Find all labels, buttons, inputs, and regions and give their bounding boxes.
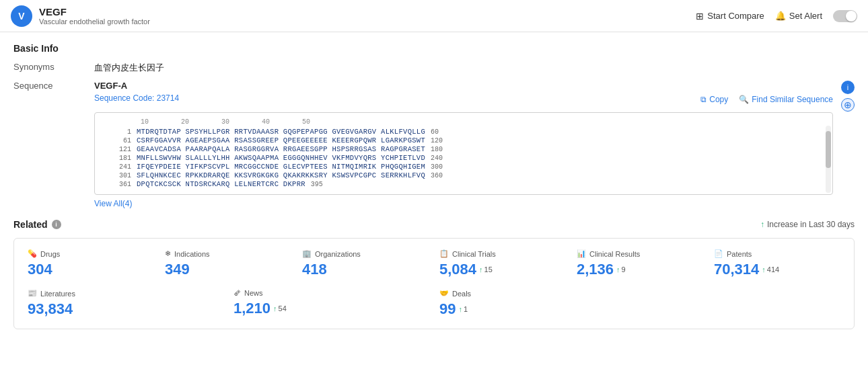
stat-value: 99 ↑1 [439, 300, 635, 318]
toggle-knob [846, 11, 857, 22]
stat-category: 💊 Drugs [28, 249, 154, 258]
view-all-link[interactable]: View All(4) [94, 199, 132, 208]
seq-ruler: 10 20 30 40 50 [102, 118, 826, 126]
start-compare-button[interactable]: ⊞ Start Compare [696, 11, 764, 22]
stat-category: 🗞 News [233, 289, 429, 297]
stat-number: 1,210 [233, 300, 270, 317]
patent-icon: 📄 [714, 249, 723, 258]
seq-line: 361 DPQTCKCSCK NTDSRCKARQ LELNERTCRC DKP… [102, 180, 826, 188]
stat-category: 📋 Clinical Trials [439, 249, 566, 258]
stat-category: 🏢 Organizations [302, 249, 429, 258]
drug-icon: 💊 [28, 249, 37, 258]
gene-name: VEGF [39, 6, 150, 17]
stat-item[interactable]: 📊 Clinical Results 2,136 ↑9 [577, 249, 703, 278]
stats-grid-row1: 💊 Drugs 304 ❄ Indications 349 🏢 Organiza… [28, 249, 840, 278]
expand-icon[interactable]: ⊕ [841, 98, 855, 112]
stat-badge: ↑54 [273, 304, 287, 312]
copy-button[interactable]: ⧉ Copy [700, 95, 728, 104]
stat-item[interactable]: 🗞 News 1,210 ↑54 [233, 289, 429, 318]
main-content: Basic Info Synonyms 血管内皮生长因子 Sequence VE… [0, 32, 868, 340]
org-icon: 🏢 [302, 249, 312, 258]
stat-number: 70,314 [714, 261, 759, 278]
find-similar-button[interactable]: 🔍 Find Similar Sequence [739, 95, 833, 104]
related-header: Related i ↑ Increase in Last 30 days [13, 219, 855, 230]
header-right: ⊞ Start Compare 🔔 Set Alert [696, 10, 857, 22]
stat-value: 349 [165, 261, 291, 278]
seq-scrollbar-thumb [826, 131, 831, 168]
stat-value: 70,314 ↑414 [714, 261, 840, 278]
find-similar-icon: 🔍 [739, 95, 749, 104]
related-title-wrap: Related i [13, 219, 61, 230]
stat-category: 📰 Literatures [28, 289, 223, 298]
stat-item[interactable]: 📄 Patents 70,314 ↑414 [714, 249, 840, 278]
stat-item[interactable]: 💊 Drugs 304 [28, 249, 154, 278]
increase-label: ↑ Increase in Last 30 days [760, 220, 855, 229]
synonyms-row: Synonyms 血管内皮生长因子 [13, 62, 855, 74]
set-alert-button[interactable]: 🔔 Set Alert [775, 11, 822, 21]
logo-icon: V [11, 5, 32, 27]
stat-number: 349 [165, 261, 190, 278]
stat-category: 📄 Patents [714, 249, 840, 258]
synonyms-label: Synonyms [13, 62, 94, 72]
seq-line: 121 GEAAVCADSA PAARAPQALA RASGRGGRVA RRG… [102, 145, 826, 153]
stats-grid-row2: 📰 Literatures 93,834 🗞 News 1,210 ↑54 🤝 … [28, 289, 840, 318]
stat-value: 418 [302, 261, 429, 278]
sequence-content: VEGF-A Sequence Code: 23714 ⧉ Copy 🔍 Fin… [94, 81, 833, 208]
alert-toggle[interactable] [833, 10, 857, 22]
stat-item[interactable]: 📰 Literatures 93,834 [28, 289, 223, 318]
sequence-name: VEGF-A [94, 81, 833, 91]
stat-category: 🤝 Deals [439, 289, 635, 298]
seq-line: 61 CSRFGGAVVR AGEAEPSGAA RSASSGREEP QPEE… [102, 136, 826, 144]
gene-subtitle: Vascular endothelial growth factor [39, 17, 150, 26]
stat-number: 99 [439, 300, 456, 318]
stat-badge: ↑15 [479, 265, 493, 274]
stat-category: 📊 Clinical Results [577, 249, 703, 258]
sequence-label: Sequence [13, 81, 94, 91]
side-icons: i ⊕ [841, 81, 855, 112]
stat-badge: ↑1 [458, 305, 468, 313]
stat-badge: ↑9 [616, 265, 626, 274]
stat-item[interactable]: 🤝 Deals 99 ↑1 [439, 289, 635, 318]
stat-value: 93,834 [28, 300, 223, 318]
header-title-block: VEGF Vascular endothelial growth factor [39, 6, 150, 26]
basic-info-title: Basic Info [13, 43, 855, 54]
sequence-code[interactable]: Sequence Code: 23714 [94, 93, 179, 103]
sequence-box[interactable]: 10 20 30 40 50 1 MTDRQTDTAP SPSYHLLPGR R… [94, 112, 833, 195]
deal-icon: 🤝 [439, 289, 449, 298]
page-header: V VEGF Vascular endothelial growth facto… [0, 0, 868, 32]
toggle-track[interactable] [833, 10, 857, 22]
stats-card: 💊 Drugs 304 ❄ Indications 349 🏢 Organiza… [13, 238, 855, 329]
seq-scrollbar[interactable] [826, 126, 831, 193]
stat-item[interactable]: ❄ Indications 349 [165, 249, 291, 278]
increase-arrow-icon: ↑ [760, 220, 764, 229]
news-icon: 🗞 [233, 289, 241, 297]
alert-icon: 🔔 [775, 11, 786, 21]
stat-value: 2,136 ↑9 [577, 261, 703, 278]
result-icon: 📊 [577, 249, 586, 258]
copy-icon: ⧉ [700, 95, 707, 104]
sequence-row: Sequence VEGF-A Sequence Code: 23714 ⧉ C… [13, 81, 855, 208]
header-left: V VEGF Vascular endothelial growth facto… [11, 5, 150, 27]
stat-value: 304 [28, 261, 154, 278]
stat-badge: ↑414 [762, 265, 779, 274]
info-side-icon[interactable]: i [841, 81, 855, 94]
stat-number: 304 [28, 261, 52, 278]
stat-number: 93,834 [28, 300, 73, 318]
stat-value: 5,084 ↑15 [439, 261, 566, 278]
stat-item[interactable]: 🏢 Organizations 418 [302, 249, 429, 278]
seq-actions: ⧉ Copy 🔍 Find Similar Sequence [700, 95, 833, 104]
related-info-icon[interactable]: i [52, 220, 61, 229]
stat-item[interactable]: 📋 Clinical Trials 5,084 ↑15 [439, 249, 566, 278]
compare-icon: ⊞ [696, 11, 704, 22]
lit-icon: 📰 [28, 289, 37, 298]
logo-letter: V [18, 11, 24, 22]
stat-number: 5,084 [439, 261, 476, 278]
stat-number: 2,136 [577, 261, 614, 278]
stat-category: ❄ Indications [165, 249, 291, 258]
seq-line: 181 MNFLLSWVHW SLALLLYLHH AKWSQAAPMA EGG… [102, 154, 826, 162]
seq-lines: 1 MTDRQTDTAP SPSYHLLPGR RRTVDAAASR GQGPE… [102, 128, 826, 188]
seq-line: 241 IFQEYPDEIE YIFKPSCVPL MRCGGCCNDE GLE… [102, 163, 826, 171]
seq-line: 1 MTDRQTDTAP SPSYHLLPGR RRTVDAAASR GQGPE… [102, 128, 826, 136]
seq-line: 301 SFLQHNKCEC RPKKDRARQE KKSVRGKGKG QKA… [102, 171, 826, 179]
synonyms-value: 血管内皮生长因子 [94, 62, 164, 74]
